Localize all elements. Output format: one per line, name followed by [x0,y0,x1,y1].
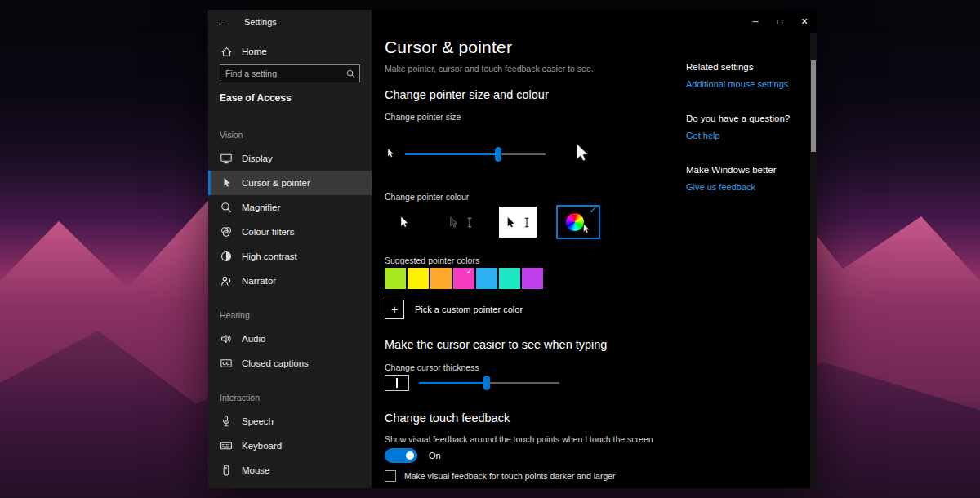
ibeam-icon [521,216,532,229]
cursor-thickness-slider[interactable] [419,375,559,391]
toggle-knob [406,451,414,460]
cursor-preview-bar [396,378,398,388]
sidebar-item-magnifier[interactable]: Magnifier [208,195,372,220]
keyboard-icon [220,439,233,452]
touch-feedback-toggle-row: On [385,448,705,463]
sidebar-item-label: High contrast [242,251,297,261]
cursor-thickness-slider-thumb[interactable] [483,376,490,390]
sidebar-item-speech[interactable]: Speech [208,409,372,434]
toggle-state-label: On [429,451,441,460]
white-cursor-icon [397,216,410,229]
search-icon[interactable] [341,69,359,79]
darker-feedback-checkbox[interactable] [385,470,396,482]
small-cursor-icon [385,147,395,162]
ibeam-icon [464,216,475,229]
color-swatch-lime[interactable] [385,268,406,289]
sidebar-item-label: Home [242,47,267,56]
get-help-link[interactable]: Get help [686,131,808,140]
sidebar-item-cursor-pointer[interactable]: Cursor & pointer [208,171,372,195]
sidebar-item-label: Audio [242,334,265,344]
related-settings-heading: Related settings [686,62,808,72]
color-swatch-blue[interactable] [476,268,497,289]
feedback-heading: Make Windows better [686,165,808,175]
pointer-option-black[interactable] [442,207,479,238]
pointer-size-slider-thumb[interactable] [495,147,501,162]
touch-feedback-label: Show visual feedback around the touch po… [385,434,705,445]
home-icon [220,45,233,58]
section-heading-pointer-size-colour: Change pointer size and colour [385,88,705,102]
sidebar-item-closed-captions[interactable]: Closed captions [208,351,372,376]
sidebar-item-colour-filters[interactable]: Colour filters [208,220,372,244]
additional-mouse-settings-link[interactable]: Additional mouse settings [686,79,808,89]
search-box[interactable] [220,64,360,82]
sidebar-item-high-contrast[interactable]: High contrast [208,244,372,269]
cursor-preview [385,375,409,391]
check-icon: ✓ [590,205,597,216]
darker-feedback-label: Make visual feedback for touch points da… [404,471,616,481]
sidebar-item-label: Colour filters [242,227,295,237]
display-icon [220,152,233,165]
sidebar-item-keyboard[interactable]: Keyboard [208,434,372,458]
colour-filters-icon [220,225,233,238]
microphone-icon [220,415,233,428]
section-label-vision: Vision [220,130,372,140]
custom-cursor-icon [580,223,591,234]
page-title: Cursor & pointer [385,38,705,57]
pointer-colour-label: Change pointer colour [385,192,705,202]
sidebar-item-label: Narrator [242,276,276,286]
magnifier-icon [220,201,233,214]
color-swatch-pink-selected[interactable]: ✓ [453,268,474,289]
pointer-colour-options: ✓ [385,204,705,240]
sidebar-item-mouse[interactable]: Mouse [208,458,372,482]
color-swatch-gold[interactable] [430,268,452,289]
audio-icon [220,332,233,345]
sidebar-item-display[interactable]: Display [208,146,372,171]
close-button[interactable]: × [792,10,817,33]
minimize-button[interactable]: ─ [743,10,768,33]
pick-custom-color-label: Pick a custom pointer color [415,305,523,314]
related-settings-column: Related settings Additional mouse settin… [686,62,808,216]
high-contrast-icon [220,250,233,263]
give-feedback-link[interactable]: Give us feedback [686,182,808,192]
pointer-size-label: Change pointer size [385,112,705,122]
touch-feedback-checkbox-row[interactable]: Make visual feedback for touch points da… [385,470,705,482]
scrollbar[interactable] [810,33,817,488]
section-label-hearing: Hearing [220,310,372,320]
maximize-button[interactable]: □ [768,10,792,33]
black-cursor-icon [447,216,459,229]
color-swatch-yellow[interactable] [408,268,429,289]
back-button[interactable]: ← [216,16,227,29]
search-input[interactable] [220,69,341,78]
pointer-size-row [385,142,705,167]
cursor-thickness-row [385,374,705,392]
scrollbar-thumb[interactable] [811,60,816,152]
sidebar-item-label: Cursor & pointer [242,178,310,188]
closed-captions-icon [220,357,233,370]
sidebar-item-audio[interactable]: Audio [208,327,372,351]
inverted-cursor-icon [504,216,516,229]
sidebar-item-home[interactable]: Home [208,41,372,62]
slider-fill [419,382,487,384]
sidebar-item-label: Magnifier [242,202,280,212]
suggested-color-swatches: ✓ [385,268,705,289]
suggested-colors-label: Suggested pointer colors [385,256,705,266]
large-cursor-icon [570,142,591,167]
sidebar-item-narrator[interactable]: Narrator [208,269,372,293]
color-swatch-purple[interactable] [522,268,543,289]
cursor-thickness-label: Change cursor thickness [385,362,705,373]
touch-feedback-toggle[interactable] [385,448,417,463]
section-heading-cursor-typing: Make the cursor easier to see when typin… [385,338,705,352]
question-heading: Do you have a question? [686,113,808,123]
pointer-size-slider[interactable] [405,146,546,162]
pointer-option-custom-colour[interactable]: ✓ [556,205,600,239]
pointer-option-inverted[interactable] [499,207,537,238]
plus-icon: + [385,300,404,319]
section-label-interaction: Interaction [220,393,372,402]
color-swatch-teal[interactable] [499,268,520,289]
page-subtitle: Make pointer, cursor and touch feedback … [385,64,705,74]
sidebar-header: ← Settings [208,10,372,34]
pointer-option-white[interactable] [385,207,422,238]
pick-custom-color-button[interactable]: + Pick a custom pointer color [385,300,523,319]
settings-window: ─ □ × ← Settings Home Ease of Access Vis… [208,10,817,488]
cursor-pointer-icon [220,176,233,189]
